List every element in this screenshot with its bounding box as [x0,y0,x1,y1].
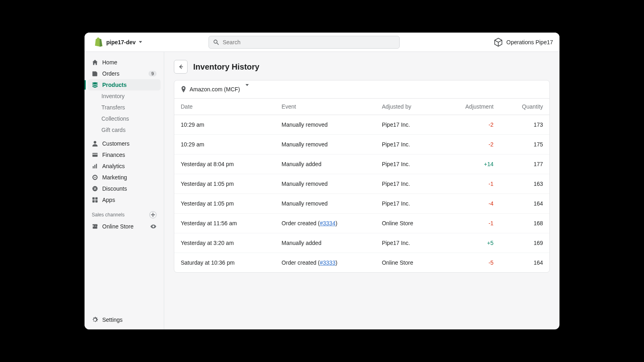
profile-name: Operations Pipe17 [506,39,553,45]
profile-menu[interactable]: Operations Pipe17 [493,37,553,47]
table-row: Saturday at 10:36 pmOrder created (#3333… [174,253,549,273]
col-quantity: Quantity [500,99,549,115]
discounts-icon [92,185,98,192]
sidebar-sub-inventory[interactable]: Inventory [88,90,161,102]
cell-quantity: 164 [500,194,549,214]
cell-adjustment: +5 [440,233,500,253]
cell-quantity: 175 [500,135,549,154]
apps-icon [92,197,98,203]
table-row: 10:29 amManually removedPipe17 Inc.-2173 [174,115,549,135]
sidebar-item-orders[interactable]: Orders 9 [88,68,161,79]
cell-date: 10:29 am [174,135,275,154]
cell-adjustment: -4 [440,194,500,214]
sidebar-item-settings[interactable]: Settings [88,314,161,325]
sidebar-item-customers[interactable]: Customers [88,138,161,149]
svg-rect-9 [93,197,95,200]
history-table: Date Event Adjusted by Adjustment Quanti… [174,98,549,272]
sidebar-item-discounts[interactable]: Discounts [88,183,161,194]
cell-date: Saturday at 10:36 pm [174,253,275,273]
cell-adjusted-by: Pipe17 Inc. [376,154,440,174]
sidebar: Home Orders 9 Products Inventory Transfe… [85,52,164,329]
app-window: pipe17-dev Operations Pipe17 Home [85,33,559,329]
sidebar-item-products[interactable]: Products [88,79,161,90]
cell-adjusted-by: Pipe17 Inc. [376,194,440,214]
cell-event: Manually removed [275,135,376,154]
sidebar-sub-transfers[interactable]: Transfers [88,102,161,113]
cell-adjustment: -5 [440,253,500,273]
cell-adjustment: +14 [440,154,500,174]
table-row: Yesterday at 11:56 amOrder created (#333… [174,214,549,233]
location-selector[interactable]: Amazon.com (MCF) [174,80,549,98]
cell-adjustment: -1 [440,214,500,233]
arrow-left-icon [177,63,184,70]
caret-down-icon [139,41,142,43]
sidebar-item-label: Marketing [102,174,127,181]
location-pin-icon [181,86,186,93]
cell-adjusted-by: Pipe17 Inc. [376,233,440,253]
sidebar-sub-collections[interactable]: Collections [88,113,161,124]
analytics-icon [92,163,98,169]
main-content: Inventory History Amazon.com (MCF) Date [164,52,559,329]
back-button[interactable] [174,60,188,74]
order-link[interactable]: #3333 [320,259,336,266]
home-icon [92,59,98,66]
search-field[interactable] [208,36,400,49]
svg-rect-11 [93,200,95,203]
add-channel-button[interactable] [149,211,157,218]
view-store-button[interactable] [150,223,157,230]
orders-icon [92,70,98,77]
cell-quantity: 163 [500,174,549,194]
search-input[interactable] [223,39,395,45]
cell-adjustment: -2 [440,135,500,154]
store-switcher[interactable]: pipe17-dev [91,35,145,49]
cell-event: Manually added [275,154,376,174]
sidebar-item-label: Apps [102,197,115,203]
table-row: Yesterday at 3:20 amManually addedPipe17… [174,233,549,253]
cell-adjusted-by: Online Store [376,253,440,273]
sidebar-item-label: Customers [102,140,130,147]
finances-icon [92,152,98,158]
order-link[interactable]: #3334 [320,220,336,226]
orders-badge: 9 [149,71,157,76]
inventory-history-card: Amazon.com (MCF) Date Event Adjusted by … [174,80,550,273]
sidebar-item-analytics[interactable]: Analytics [88,160,161,172]
customers-icon [92,140,98,147]
cell-date: Yesterday at 11:56 am [174,214,275,233]
sidebar-item-home[interactable]: Home [88,57,161,68]
col-adjusted-by: Adjusted by [376,99,440,115]
col-adjustment: Adjustment [440,99,500,115]
cell-date: 10:29 am [174,115,275,135]
table-row: Yesterday at 8:04 pmManually addedPipe17… [174,154,549,174]
cell-adjusted-by: Pipe17 Inc. [376,115,440,135]
cell-quantity: 173 [500,115,549,135]
cell-event: Manually removed [275,115,376,135]
cell-event: Manually removed [275,194,376,214]
top-bar: pipe17-dev Operations Pipe17 [85,33,559,52]
sidebar-item-label: Analytics [102,163,125,169]
svg-rect-10 [95,197,98,200]
sidebar-item-label: Settings [102,317,123,323]
svg-point-7 [94,187,95,188]
online-store-icon [92,223,98,230]
store-name: pipe17-dev [106,39,136,45]
sidebar-item-marketing[interactable]: Marketing [88,172,161,183]
marketing-icon [92,174,98,181]
sidebar-item-apps[interactable]: Apps [88,194,161,206]
sidebar-item-finances[interactable]: Finances [88,149,161,160]
col-date: Date [174,99,275,115]
cell-event: Order created (#3333) [275,253,376,273]
sidebar-item-label: Orders [102,70,120,77]
svg-point-8 [95,189,96,190]
page-header: Inventory History [174,60,550,74]
cell-adjusted-by: Pipe17 Inc. [376,174,440,194]
col-event: Event [275,99,376,115]
svg-point-0 [94,141,96,144]
table-row: 10:29 amManually removedPipe17 Inc.-2175 [174,135,549,154]
sidebar-item-online-store[interactable]: Online Store [88,221,161,232]
sidebar-sub-gift-cards[interactable]: Gift cards [88,124,161,136]
cell-quantity: 168 [500,214,549,233]
cell-quantity: 164 [500,253,549,273]
cell-event: Order created (#3334) [275,214,376,233]
svg-rect-13 [179,66,183,67]
sales-channels-header: Sales channels [88,206,161,221]
